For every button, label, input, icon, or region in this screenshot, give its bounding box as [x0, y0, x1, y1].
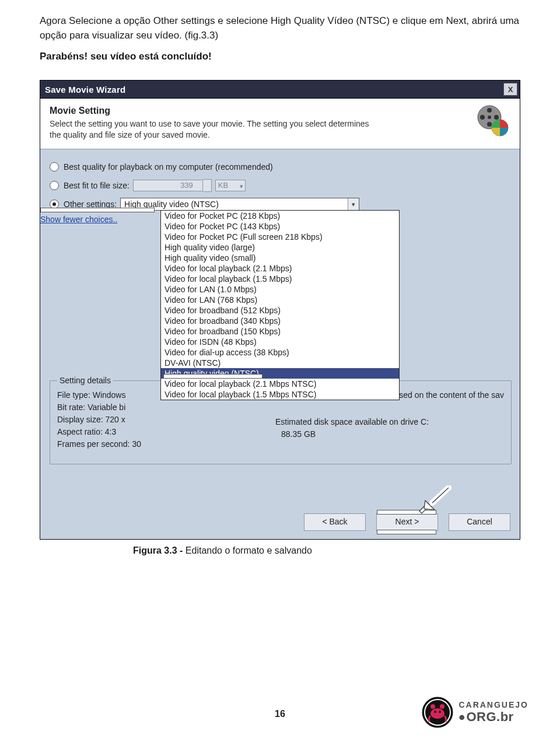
- option-label: Best fit to file size:: [64, 181, 130, 190]
- file-size-unit-select[interactable]: KB: [215, 180, 246, 191]
- figure-caption: Figura 3.3 - Editando o formato e salvan…: [133, 545, 520, 556]
- dropdown-item[interactable]: Video for local playback (1.5 Mbps): [161, 274, 399, 284]
- bit-rate-label: Bit rate: Variable bi: [57, 401, 141, 414]
- highlight-marker: [377, 530, 436, 534]
- other-settings-dropdown[interactable]: Video for Pocket PC (218 Kbps) Video for…: [160, 210, 400, 400]
- option-file-size[interactable]: Best fit to file size: 339 KB: [50, 179, 510, 193]
- wizard-header: Movie Setting Select the setting you wan…: [40, 99, 520, 149]
- file-type-label: File type: Windows: [57, 389, 141, 401]
- window-title: Save Movie Wizard: [40, 85, 503, 95]
- dropdown-item[interactable]: Video for local playback (2.1 Mbps): [161, 263, 399, 274]
- cancel-button[interactable]: Cancel: [449, 513, 510, 531]
- wizard-body: Best quality for playback on my computer…: [40, 149, 520, 539]
- save-movie-wizard-window: Save Movie Wizard X Movie Setting Select…: [40, 80, 520, 540]
- svg-point-11: [430, 708, 444, 719]
- dropdown-item[interactable]: Video for LAN (768 Kbps): [161, 295, 399, 305]
- setting-details-legend: Setting details: [57, 376, 113, 385]
- footer-dot: •: [459, 715, 465, 720]
- figure-caption-bold: Figura 3.3 -: [133, 545, 183, 555]
- figure-caption-text: Editando o formato e salvando: [183, 545, 312, 555]
- dropdown-item[interactable]: Video for local playback (2.1 Mbps NTSC): [161, 379, 399, 389]
- crab-logo-icon: [421, 696, 454, 729]
- wizard-button-bar: < Back Next > Cancel: [304, 513, 510, 531]
- dropdown-item[interactable]: Video for ISDN (48 Kbps): [161, 337, 399, 347]
- svg-point-4: [487, 122, 492, 127]
- svg-point-2: [480, 115, 485, 120]
- footer-logo: CARANGUEJO •ORG.br: [421, 696, 528, 729]
- back-button[interactable]: < Back: [304, 513, 366, 531]
- dropdown-item[interactable]: Video for local playback (1.5 Mbps NTSC): [161, 389, 399, 400]
- fps-label: Frames per second: 30: [57, 438, 141, 450]
- show-fewer-choices-link[interactable]: Show fewer choices..: [40, 215, 117, 224]
- dropdown-arrow-icon[interactable]: ▾: [348, 198, 359, 210]
- display-size-label: Display size: 720 x: [57, 414, 141, 426]
- wizard-header-title: Movie Setting: [50, 106, 510, 116]
- dropdown-item[interactable]: Video for Pocket PC (218 Kbps): [161, 211, 399, 221]
- svg-point-3: [494, 115, 499, 120]
- congrats-text: Parabéns! seu vídeo está concluído!: [40, 51, 520, 62]
- settings-left-column: File type: Windows Bit rate: Variable bi…: [57, 389, 141, 450]
- dropdown-item[interactable]: Video for broadband (340 Kbps): [161, 316, 399, 326]
- footer-brand-line1: CARANGUEJO: [459, 700, 528, 709]
- file-size-input[interactable]: 339: [133, 180, 203, 191]
- dropdown-item[interactable]: DV-AVI (NTSC): [161, 358, 399, 368]
- radio-icon: [50, 181, 59, 190]
- aspect-ratio-label: Aspect ratio: 4:3: [57, 426, 141, 438]
- dropdown-item[interactable]: High quality video (small): [161, 253, 399, 263]
- est-space-label: Estimated disk space available on drive …: [275, 416, 503, 428]
- titlebar: Save Movie Wizard X: [40, 81, 520, 99]
- highlight-marker: [40, 208, 155, 212]
- footer-brand-line2: •ORG.br: [459, 709, 528, 725]
- dropdown-item[interactable]: Video for broadband (512 Kbps): [161, 305, 399, 316]
- option-best-quality[interactable]: Best quality for playback on my computer…: [50, 160, 510, 174]
- svg-point-1: [487, 108, 492, 113]
- wizard-header-desc: Select the setting you want to use to sa…: [50, 118, 382, 141]
- movie-reel-icon: [477, 104, 509, 137]
- dropdown-item[interactable]: Video for Pocket PC (143 Kbps): [161, 221, 399, 232]
- dropdown-item[interactable]: Video for dial-up access (38 Kbps): [161, 347, 399, 358]
- dropdown-item[interactable]: Video for LAN (1.0 Mbps): [161, 284, 399, 295]
- footer-org: ORG.br: [466, 709, 513, 724]
- dropdown-item[interactable]: Video for broadband (150 Kbps): [161, 326, 399, 337]
- radio-icon: [50, 162, 59, 172]
- highlight-marker: [163, 374, 262, 379]
- dropdown-item[interactable]: Video for Pocket PC (Full screen 218 Kbp…: [161, 232, 399, 242]
- svg-point-12: [430, 704, 435, 709]
- file-type-tail: sed on the content of the sav: [399, 389, 504, 401]
- svg-point-5: [488, 116, 491, 119]
- svg-point-15: [439, 711, 441, 713]
- est-space-value: 88.35 GB: [275, 428, 503, 440]
- other-settings-select[interactable]: High quality video (NTSC) ▾: [120, 198, 359, 211]
- svg-point-14: [434, 711, 436, 713]
- intro-text: Agora Selecione a opção Other settings e…: [40, 14, 520, 43]
- option-label: Best quality for playback on my computer…: [64, 162, 273, 172]
- svg-point-13: [440, 704, 444, 709]
- dropdown-item[interactable]: High quality video (large): [161, 242, 399, 253]
- close-button[interactable]: X: [503, 83, 517, 96]
- size-spinner[interactable]: [203, 179, 212, 192]
- annotation-arrow-icon: [415, 485, 452, 520]
